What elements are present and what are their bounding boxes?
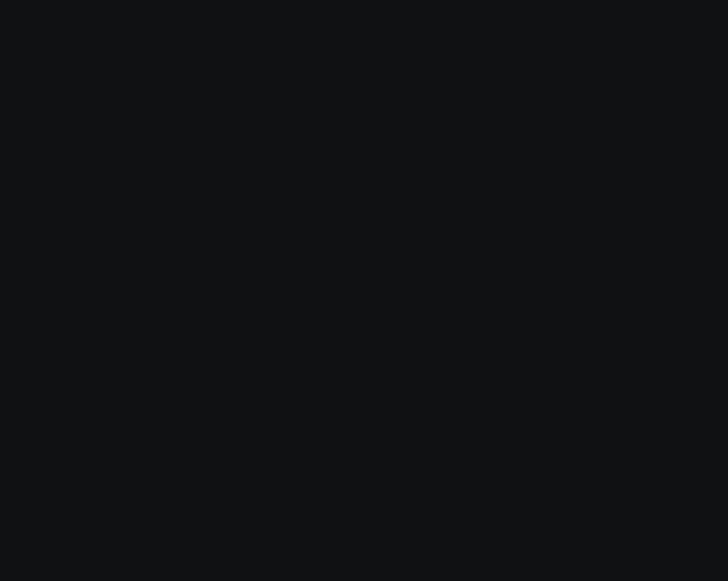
right-margin-guide	[0, 0, 1, 581]
code-editor[interactable]	[0, 0, 728, 581]
current-line-highlight	[0, 0, 728, 14]
